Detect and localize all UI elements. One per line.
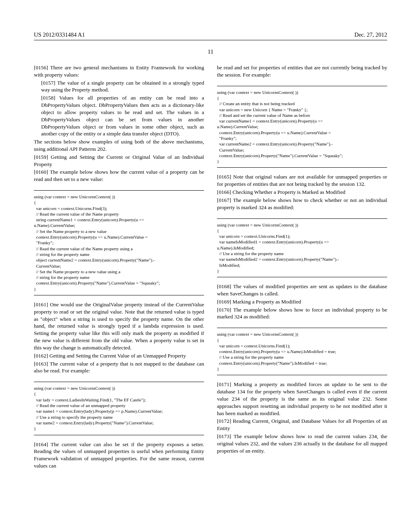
paragraph-0162: [0162] Getting and Setting the Current V… [34, 352, 204, 360]
publication-date: Dec. 27, 2012 [355, 31, 387, 38]
paragraph-0166: [0166] Checking Whether a Property is Ma… [217, 189, 387, 196]
paragraph-0163: [0163] The current value of a property t… [34, 360, 204, 375]
page-header: US 2012/0331484 A1 Dec. 27, 2012 [34, 31, 387, 40]
paragraph-0156: [0156] There are two general mechanisms … [34, 64, 204, 79]
page-number: 11 [34, 48, 387, 55]
code-block-3: using (var context = new UnicornsContext… [217, 86, 387, 168]
two-column-layout: [0156] There are two general mechanisms … [34, 64, 387, 470]
paragraph-0165: [0165] Note that original values are not… [217, 173, 387, 188]
paragraph-0170: [0170] The example below shows how to fo… [217, 306, 387, 321]
paragraph-continuation: be read and set for properties of entiti… [217, 64, 387, 79]
code-block-1: using (var context = new UnicornsContext… [34, 190, 204, 295]
paragraph-0168: [0168] The values of modified properties… [217, 283, 387, 297]
paragraph-after-0158: The sections below show examples of usin… [34, 138, 204, 153]
paragraph-0173: [0173] The example below shows how to re… [217, 433, 387, 454]
code-block-4: using (var context = new UnicornsContext… [217, 218, 387, 278]
paragraph-0172: [0172] Reading Current, Original, and Da… [217, 418, 387, 432]
left-column: [0156] There are two general mechanisms … [34, 64, 204, 470]
code-block-5: using (var context = new UnicornsContext… [217, 328, 387, 375]
right-column: be read and set for properties of entiti… [217, 64, 387, 470]
page-container: US 2012/0331484 A1 Dec. 27, 2012 11 [015… [0, 0, 413, 486]
paragraph-0164: [0164] The current value can also be set… [34, 441, 204, 470]
paragraph-0158: [0158] Values for all properties of an e… [34, 94, 204, 137]
paragraph-0160: [0160] The example below shows how the c… [34, 168, 204, 183]
paragraph-0157: [0157] The value of a single property ca… [34, 79, 204, 94]
paragraph-0171: [0171] Marking a property as modified fo… [217, 381, 387, 417]
paragraph-0169: [0169] Marking a Property as Modified [217, 298, 387, 305]
publication-number: US 2012/0331484 A1 [34, 31, 85, 38]
code-block-2: using (var context = new UnicornsContext… [34, 382, 204, 435]
paragraph-0161: [0161] One would use the OriginalValue p… [34, 301, 204, 351]
paragraph-0167: [0167] The example below shows how to ch… [217, 197, 387, 211]
paragraph-0159: [0159] Getting and Setting the Current o… [34, 154, 204, 168]
